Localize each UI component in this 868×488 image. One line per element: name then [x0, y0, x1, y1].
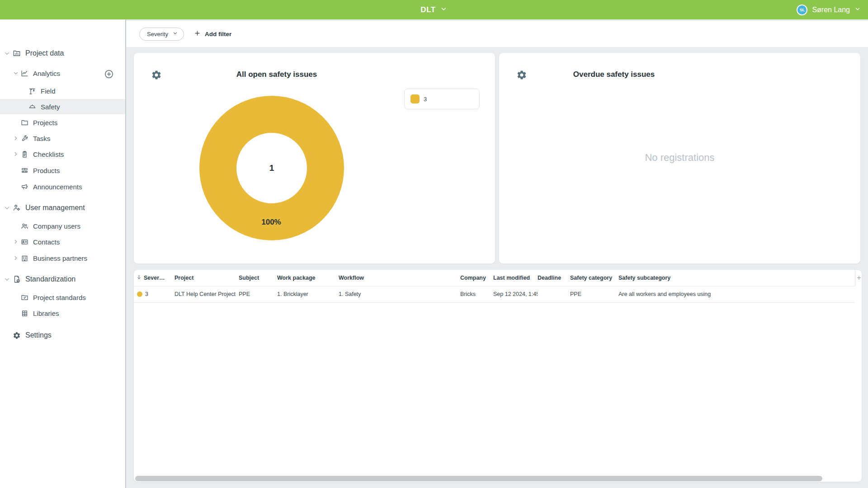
- add-filter-button[interactable]: Add filter: [194, 30, 231, 38]
- sidebar-item-field[interactable]: Field: [0, 83, 125, 99]
- chevron-spacer: [13, 183, 20, 190]
- add-column-button[interactable]: +: [855, 270, 862, 286]
- column-header-last-modified[interactable]: Last modified: [493, 270, 538, 286]
- sidebar-item-announcements[interactable]: Announcements: [0, 179, 125, 194]
- user-menu[interactable]: SL Søren Lang: [797, 0, 861, 19]
- workspace-switcher[interactable]: DLT: [420, 0, 447, 19]
- sidebar-item-products[interactable]: Products: [0, 163, 125, 178]
- sidebar-item-projects[interactable]: Projects: [0, 115, 125, 130]
- sort-descending-icon: [136, 274, 142, 282]
- crane-icon: [28, 87, 36, 95]
- chevron-down-icon[interactable]: [4, 276, 13, 283]
- chevron-spacer: [13, 222, 20, 230]
- filter-bar: Severity Add filter: [126, 21, 868, 47]
- sidebar-item-label: Project data: [25, 49, 64, 57]
- chevron-down-icon: [854, 6, 861, 14]
- card-settings-gear-icon[interactable]: [151, 70, 162, 80]
- column-header-deadline[interactable]: Deadline: [538, 270, 570, 286]
- building-icon: [20, 254, 28, 262]
- sidebar-item-project-standards[interactable]: Project standards: [0, 290, 125, 305]
- pallet-icon: [20, 166, 28, 174]
- gear-icon: [13, 331, 21, 339]
- overdue-safety-issues-card: Overdue safety issues No registrations: [499, 52, 861, 264]
- column-header-subject[interactable]: Subject: [239, 270, 277, 286]
- chevron-spacer: [13, 119, 20, 126]
- sidebar-item-label: Checklists: [33, 150, 64, 158]
- folder-chart-icon: [13, 49, 21, 57]
- sidebar-item-contacts[interactable]: Contacts: [0, 234, 125, 249]
- all-open-safety-issues-card: All open safety issues 3 1 100%: [133, 52, 495, 264]
- chevron-spacer: [13, 294, 20, 301]
- add-dashboard-button[interactable]: [104, 69, 114, 79]
- chevron-right-icon[interactable]: [13, 238, 20, 245]
- application-window: DLT SL Søren Lang Project data Analytics: [0, 0, 868, 488]
- analytics-chart-icon: [20, 69, 28, 77]
- sidebar: Project data Analytics Field Safety Proj…: [0, 19, 126, 488]
- sidebar-item-libraries[interactable]: Libraries: [0, 305, 125, 321]
- column-header-workflow[interactable]: Workflow: [339, 270, 460, 286]
- sidebar-item-tasks[interactable]: Tasks: [0, 131, 125, 146]
- user-gear-icon: [13, 204, 21, 212]
- chart-legend[interactable]: 3: [404, 89, 480, 109]
- donut-chart[interactable]: 1 100%: [199, 96, 344, 240]
- chevron-down-icon[interactable]: [4, 204, 13, 211]
- workspace-name: DLT: [420, 5, 435, 14]
- sidebar-item-user-management[interactable]: User management: [0, 200, 125, 216]
- sidebar-item-business-partners[interactable]: Business partners: [0, 250, 125, 266]
- sidebar-item-project-data[interactable]: Project data: [0, 46, 125, 61]
- plus-icon: [194, 30, 201, 38]
- chevron-down-icon[interactable]: [4, 50, 13, 57]
- cell-project: DLT Help Center Project: [175, 286, 239, 302]
- megaphone-icon: [20, 183, 28, 191]
- chevron-down-icon: [440, 5, 448, 14]
- sidebar-item-safety[interactable]: Safety: [0, 99, 125, 114]
- table-row[interactable]: 3 DLT Help Center Project PPE 1. Brickla…: [134, 286, 855, 302]
- sidebar-item-label: Field: [41, 87, 56, 95]
- column-header-company[interactable]: Company: [460, 270, 493, 286]
- severity-filter-label: Severity: [147, 31, 168, 38]
- column-header-severity[interactable]: Sever…: [134, 270, 175, 286]
- folder-check-icon: [20, 293, 28, 301]
- avatar: SL: [797, 5, 807, 15]
- sidebar-item-label: User management: [25, 204, 85, 212]
- column-header-safety-category[interactable]: Safety category: [570, 270, 618, 286]
- card-title: All open safety issues: [186, 70, 367, 79]
- severity-dot-icon: [137, 291, 142, 297]
- cell-safety-category: PPE: [570, 286, 618, 302]
- card-title: Overdue safety issues: [524, 70, 704, 79]
- users-icon: [20, 222, 28, 230]
- cell-subject: PPE: [239, 286, 277, 302]
- table-header-row: Sever… Project Subject Work package Work…: [134, 270, 855, 286]
- sidebar-item-label: Company users: [33, 222, 80, 230]
- chevron-right-icon[interactable]: [13, 135, 20, 142]
- chevron-spacer: [13, 310, 20, 317]
- severity-filter-dropdown[interactable]: Severity: [139, 28, 184, 41]
- sidebar-item-analytics[interactable]: Analytics: [0, 66, 125, 81]
- sidebar-item-company-users[interactable]: Company users: [0, 218, 125, 234]
- safety-issues-table-card: Sever… Project Subject Work package Work…: [133, 269, 862, 482]
- chevron-spacer: [4, 332, 13, 339]
- sidebar-item-checklists[interactable]: Checklists: [0, 146, 125, 162]
- chevron-right-icon[interactable]: [13, 254, 20, 262]
- column-header-work-package[interactable]: Work package: [277, 270, 339, 286]
- sidebar-item-label: Analytics: [33, 70, 60, 77]
- chevron-right-icon[interactable]: [13, 150, 20, 158]
- column-header-safety-subcategory[interactable]: Safety subcategory: [618, 270, 855, 286]
- cell-last-modified: Sep 12 2024, 1:45 PM: [493, 286, 538, 302]
- sidebar-item-label: Standardization: [25, 275, 75, 283]
- sidebar-item-label: Announcements: [33, 183, 82, 191]
- folder-icon: [20, 118, 28, 127]
- contact-card-icon: [20, 238, 28, 246]
- column-header-project[interactable]: Project: [175, 270, 239, 286]
- sidebar-item-label: Libraries: [33, 310, 59, 317]
- legend-label: 3: [424, 96, 427, 103]
- chevron-down-icon[interactable]: [13, 70, 20, 77]
- sidebar-item-label: Safety: [41, 103, 60, 111]
- sidebar-item-standardization[interactable]: Standardization: [0, 272, 125, 287]
- horizontal-scrollbar[interactable]: [135, 476, 822, 481]
- sidebar-item-label: Products: [33, 167, 60, 174]
- sidebar-item-label: Tasks: [33, 135, 50, 142]
- cell-safety-subcategory: Are all workers and employees using: [618, 286, 855, 302]
- sidebar-item-settings[interactable]: Settings: [0, 328, 125, 343]
- cell-workflow: 1. Safety: [339, 286, 460, 302]
